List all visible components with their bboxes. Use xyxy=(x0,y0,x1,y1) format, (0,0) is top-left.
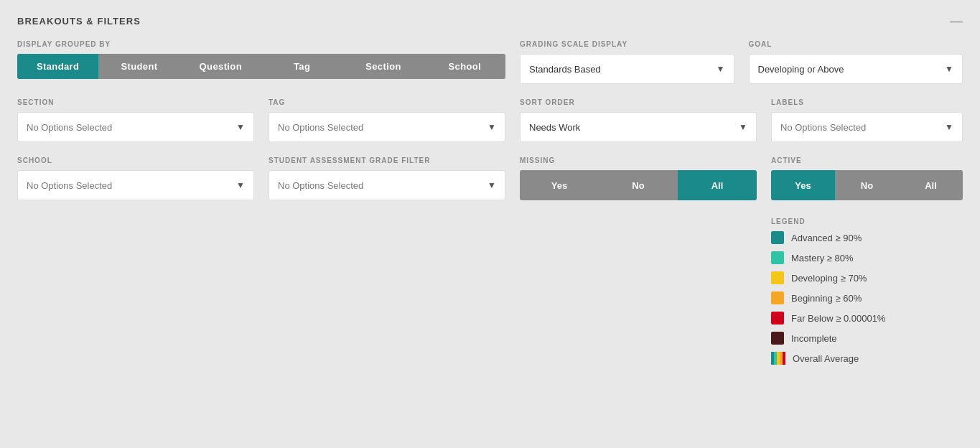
legend-text-overall: Overall Average xyxy=(793,353,859,364)
goal-arrow-icon: ▼ xyxy=(945,64,953,74)
active-filter: ACTIVE Yes No All xyxy=(771,157,963,200)
legend-text-developing: Developing ≥ 70% xyxy=(791,273,867,284)
sort-order-arrow-icon: ▼ xyxy=(739,122,747,132)
legend-item-overall: Overall Average xyxy=(771,352,963,365)
legend-section: LEGEND Advanced ≥ 90% Mastery ≥ 80% Deve… xyxy=(771,218,963,365)
legend-color-beginning xyxy=(771,291,784,304)
panel-header: BREAKOUTS & FILTERS — xyxy=(17,14,963,27)
legend-text-mastery: Mastery ≥ 80% xyxy=(791,253,854,263)
student-grade-label: STUDENT ASSESSMENT GRADE FILTER xyxy=(269,157,505,164)
labels-filter: LABELS No Options Selected ▼ xyxy=(771,98,963,142)
tab-section[interactable]: Section xyxy=(342,54,424,79)
legend-items: Advanced ≥ 90% Mastery ≥ 80% Developing … xyxy=(771,231,963,365)
sort-order-label: SORT ORDER xyxy=(520,98,757,106)
labels-label: LABELS xyxy=(771,98,963,106)
overall-avg-bar xyxy=(783,352,785,365)
tag-value: No Options Selected xyxy=(278,122,363,133)
legend-text-beginning: Beginning ≥ 60% xyxy=(791,293,862,304)
grading-scale-arrow-icon: ▼ xyxy=(717,64,725,74)
legend-text-far_below: Far Below ≥ 0.00001% xyxy=(791,313,885,324)
school-value: No Options Selected xyxy=(27,180,112,191)
legend-item-beginning: Beginning ≥ 60% xyxy=(771,291,963,304)
goal-value: Developing or Above xyxy=(758,64,844,75)
student-grade-arrow-icon: ▼ xyxy=(487,180,496,190)
legend-item-advanced: Advanced ≥ 90% xyxy=(771,231,963,244)
section-value: No Options Selected xyxy=(27,122,112,133)
school-arrow-icon: ▼ xyxy=(236,180,245,190)
display-grouped-by-section: DISPLAY GROUPED BY Standard Student Ques… xyxy=(17,40,505,84)
tag-filter: TAG No Options Selected ▼ xyxy=(269,98,505,142)
grouped-by-tabs: Standard Student Question Tag Section Sc… xyxy=(17,54,505,79)
school-filter: SCHOOL No Options Selected ▼ xyxy=(17,157,254,200)
legend-text-incomplete: Incomplete xyxy=(791,333,837,344)
sort-order-dropdown[interactable]: Needs Work ▼ xyxy=(520,112,757,142)
active-yes-button[interactable]: Yes xyxy=(771,170,835,200)
legend-color-far_below xyxy=(771,312,784,325)
labels-value: No Options Selected xyxy=(780,122,866,133)
grading-scale-dropdown[interactable]: Standards Based ▼ xyxy=(520,54,734,84)
row-1: DISPLAY GROUPED BY Standard Student Ques… xyxy=(17,40,963,84)
legend-item-far_below: Far Below ≥ 0.00001% xyxy=(771,312,963,325)
legend-color-mastery xyxy=(771,251,784,264)
section-arrow-icon: ▼ xyxy=(236,122,245,132)
legend-label: LEGEND xyxy=(771,218,963,225)
grading-scale-section: GRADING SCALE DISPLAY Standards Based ▼ xyxy=(520,40,734,84)
panel-title: BREAKOUTS & FILTERS xyxy=(17,16,141,27)
minimize-button[interactable]: — xyxy=(950,14,963,27)
section-filter: SECTION No Options Selected ▼ xyxy=(17,98,254,142)
tab-school[interactable]: School xyxy=(424,54,505,79)
sort-order-value: Needs Work xyxy=(529,122,580,133)
missing-yes-button[interactable]: Yes xyxy=(520,170,599,200)
student-grade-dropdown[interactable]: No Options Selected ▼ xyxy=(269,170,505,200)
tab-student[interactable]: Student xyxy=(98,54,179,79)
school-dropdown[interactable]: No Options Selected ▼ xyxy=(17,170,254,200)
missing-toggle-group: Yes No All xyxy=(520,170,757,200)
tag-arrow-icon: ▼ xyxy=(487,122,496,132)
student-grade-filter: STUDENT ASSESSMENT GRADE FILTER No Optio… xyxy=(269,157,505,200)
grading-scale-label: GRADING SCALE DISPLAY xyxy=(520,40,734,48)
missing-all-button[interactable]: All xyxy=(678,170,757,200)
legend-item-mastery: Mastery ≥ 80% xyxy=(771,251,963,264)
legend-item-incomplete: Incomplete xyxy=(771,332,963,345)
legend-color-developing xyxy=(771,271,784,284)
legend-item-developing: Developing ≥ 70% xyxy=(771,271,963,284)
legend-color-advanced xyxy=(771,231,784,244)
tag-label: TAG xyxy=(269,98,505,106)
legend-text-advanced: Advanced ≥ 90% xyxy=(791,233,862,243)
school-label: SCHOOL xyxy=(17,157,254,164)
tab-tag[interactable]: Tag xyxy=(261,54,342,79)
legend-color-incomplete xyxy=(771,332,784,345)
missing-label: MISSING xyxy=(520,157,757,164)
labels-arrow-icon: ▼ xyxy=(945,122,953,132)
goal-section: GOAL Developing or Above ▼ xyxy=(749,40,963,84)
active-label: ACTIVE xyxy=(771,157,963,164)
section-dropdown[interactable]: No Options Selected ▼ xyxy=(17,112,254,142)
goal-dropdown[interactable]: Developing or Above ▼ xyxy=(749,54,963,84)
breakouts-filters-panel: BREAKOUTS & FILTERS — DISPLAY GROUPED BY… xyxy=(0,0,980,448)
row-2: SECTION No Options Selected ▼ TAG No Opt… xyxy=(17,98,963,142)
overall-avg-bars xyxy=(771,352,785,365)
missing-filter: MISSING Yes No All xyxy=(520,157,757,200)
sort-order-filter: SORT ORDER Needs Work ▼ xyxy=(520,98,757,142)
active-no-button[interactable]: No xyxy=(835,170,899,200)
row-3: SCHOOL No Options Selected ▼ STUDENT ASS… xyxy=(17,157,963,200)
tab-question[interactable]: Question xyxy=(180,54,261,79)
tag-dropdown[interactable]: No Options Selected ▼ xyxy=(269,112,505,142)
section-label: SECTION xyxy=(17,98,254,106)
missing-no-button[interactable]: No xyxy=(599,170,678,200)
labels-dropdown[interactable]: No Options Selected ▼ xyxy=(771,112,963,142)
grading-scale-value: Standards Based xyxy=(529,64,601,75)
display-grouped-by-label: DISPLAY GROUPED BY xyxy=(17,40,505,48)
goal-label: GOAL xyxy=(749,40,963,48)
active-toggle-group: Yes No All xyxy=(771,170,963,200)
active-all-button[interactable]: All xyxy=(899,170,963,200)
tab-standard[interactable]: Standard xyxy=(17,54,98,79)
student-grade-value: No Options Selected xyxy=(278,180,363,191)
